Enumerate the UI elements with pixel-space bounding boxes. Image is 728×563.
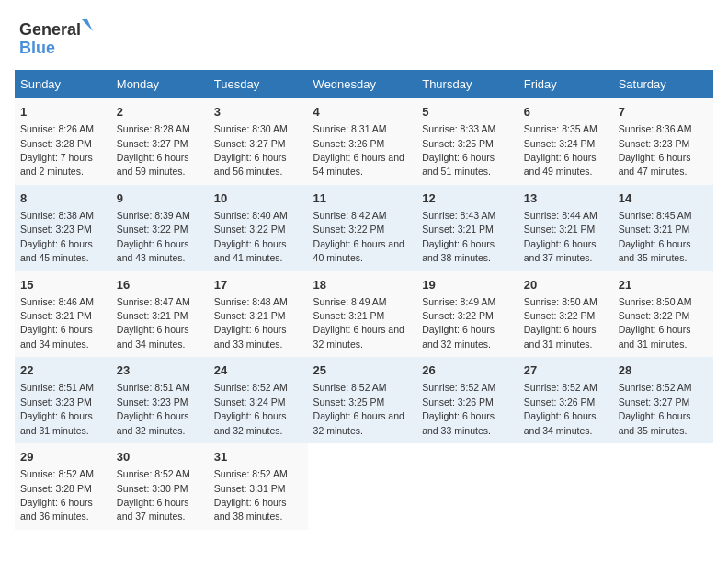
day-number: 15 (20, 277, 106, 293)
calendar-table: SundayMondayTuesdayWednesdayThursdayFrid… (15, 70, 713, 530)
day-info: Sunrise: 8:50 AMSunset: 3:22 PMDaylight:… (619, 296, 692, 350)
day-number: 22 (20, 362, 106, 379)
calendar-cell: 30 Sunrise: 8:52 AMSunset: 3:30 PMDaylig… (111, 443, 209, 530)
day-number: 6 (524, 104, 608, 121)
calendar-week-row: 15 Sunrise: 8:46 AMSunset: 3:21 PMDaylig… (15, 271, 713, 358)
calendar-cell: 16 Sunrise: 8:47 AMSunset: 3:21 PMDaylig… (111, 271, 209, 358)
day-number: 5 (422, 104, 513, 121)
day-info: Sunrise: 8:52 AMSunset: 3:26 PMDaylight:… (524, 382, 597, 435)
day-info: Sunrise: 8:48 AMSunset: 3:21 PMDaylight:… (214, 296, 288, 350)
calendar-cell: 8 Sunrise: 8:38 AMSunset: 3:23 PMDayligh… (15, 185, 111, 271)
day-info: Sunrise: 8:52 AMSunset: 3:27 PMDaylight:… (619, 382, 692, 435)
day-number: 8 (20, 190, 106, 207)
day-number: 27 (524, 362, 608, 379)
day-info: Sunrise: 8:52 AMSunset: 3:28 PMDaylight:… (20, 468, 94, 522)
header-tuesday: Tuesday (209, 70, 308, 98)
calendar-cell (518, 443, 613, 530)
day-info: Sunrise: 8:36 AMSunset: 3:23 PMDaylight:… (619, 123, 692, 177)
day-info: Sunrise: 8:33 AMSunset: 3:25 PMDaylight:… (422, 123, 495, 177)
calendar-cell (308, 443, 417, 530)
day-number: 4 (313, 104, 412, 121)
header-wednesday: Wednesday (308, 70, 417, 98)
calendar-cell: 26 Sunrise: 8:52 AMSunset: 3:26 PMDaylig… (416, 357, 518, 443)
calendar-cell: 10 Sunrise: 8:40 AMSunset: 3:22 PMDaylig… (209, 185, 308, 271)
header-monday: Monday (111, 70, 209, 98)
day-info: Sunrise: 8:39 AMSunset: 3:22 PMDaylight:… (117, 210, 190, 263)
calendar-cell: 9 Sunrise: 8:39 AMSunset: 3:22 PMDayligh… (111, 185, 209, 271)
day-info: Sunrise: 8:51 AMSunset: 3:23 PMDaylight:… (117, 382, 190, 435)
calendar-cell: 13 Sunrise: 8:44 AMSunset: 3:21 PMDaylig… (518, 185, 613, 271)
day-info: Sunrise: 8:52 AMSunset: 3:25 PMDaylight:… (313, 382, 404, 435)
calendar-cell: 19 Sunrise: 8:49 AMSunset: 3:22 PMDaylig… (416, 271, 518, 358)
calendar-cell (613, 443, 713, 530)
day-number: 2 (117, 104, 203, 121)
day-info: Sunrise: 8:43 AMSunset: 3:21 PMDaylight:… (422, 210, 495, 263)
header-sunday: Sunday (15, 70, 111, 98)
day-info: Sunrise: 8:45 AMSunset: 3:21 PMDaylight:… (619, 210, 692, 263)
calendar-header-row: SundayMondayTuesdayWednesdayThursdayFrid… (15, 70, 713, 98)
calendar-cell: 14 Sunrise: 8:45 AMSunset: 3:21 PMDaylig… (613, 185, 713, 271)
day-info: Sunrise: 8:31 AMSunset: 3:26 PMDaylight:… (313, 123, 404, 177)
day-number: 17 (214, 277, 302, 293)
calendar-cell: 20 Sunrise: 8:50 AMSunset: 3:22 PMDaylig… (518, 271, 613, 358)
calendar-cell: 18 Sunrise: 8:49 AMSunset: 3:21 PMDaylig… (308, 271, 417, 358)
day-number: 30 (117, 449, 203, 465)
day-info: Sunrise: 8:52 AMSunset: 3:24 PMDaylight:… (214, 382, 288, 435)
day-number: 23 (117, 362, 203, 379)
calendar-week-row: 29 Sunrise: 8:52 AMSunset: 3:28 PMDaylig… (15, 443, 713, 530)
calendar-cell: 25 Sunrise: 8:52 AMSunset: 3:25 PMDaylig… (308, 357, 417, 443)
day-number: 16 (117, 277, 203, 293)
day-number: 31 (214, 449, 302, 465)
day-info: Sunrise: 8:49 AMSunset: 3:22 PMDaylight:… (422, 296, 495, 350)
day-info: Sunrise: 8:44 AMSunset: 3:21 PMDaylight:… (524, 210, 597, 263)
day-info: Sunrise: 8:38 AMSunset: 3:23 PMDaylight:… (20, 210, 94, 263)
day-number: 12 (422, 190, 513, 207)
day-number: 26 (422, 362, 513, 379)
day-number: 25 (313, 362, 412, 379)
day-number: 24 (214, 362, 302, 379)
calendar-cell: 31 Sunrise: 8:52 AMSunset: 3:31 PMDaylig… (209, 443, 308, 530)
day-info: Sunrise: 8:35 AMSunset: 3:24 PMDaylight:… (524, 123, 597, 177)
day-number: 28 (619, 362, 708, 379)
day-info: Sunrise: 8:50 AMSunset: 3:22 PMDaylight:… (524, 296, 597, 350)
day-info: Sunrise: 8:42 AMSunset: 3:22 PMDaylight:… (313, 210, 404, 263)
calendar-cell (416, 443, 518, 530)
day-number: 13 (524, 190, 608, 207)
calendar-cell: 12 Sunrise: 8:43 AMSunset: 3:21 PMDaylig… (416, 185, 518, 271)
svg-text:Blue: Blue (19, 39, 55, 57)
calendar-cell: 2 Sunrise: 8:28 AMSunset: 3:27 PMDayligh… (111, 98, 209, 185)
day-number: 14 (619, 190, 708, 207)
day-number: 1 (20, 104, 106, 121)
day-number: 18 (313, 277, 412, 293)
calendar-cell: 15 Sunrise: 8:46 AMSunset: 3:21 PMDaylig… (15, 271, 111, 358)
calendar-cell: 21 Sunrise: 8:50 AMSunset: 3:22 PMDaylig… (613, 271, 713, 358)
header-thursday: Thursday (416, 70, 518, 98)
calendar-cell: 17 Sunrise: 8:48 AMSunset: 3:21 PMDaylig… (209, 271, 308, 358)
day-number: 11 (313, 190, 412, 207)
day-info: Sunrise: 8:40 AMSunset: 3:22 PMDaylight:… (214, 210, 288, 263)
day-info: Sunrise: 8:30 AMSunset: 3:27 PMDaylight:… (214, 123, 288, 177)
logo-icon: General Blue (15, 15, 97, 61)
day-number: 3 (214, 104, 302, 121)
day-info: Sunrise: 8:51 AMSunset: 3:23 PMDaylight:… (20, 382, 94, 435)
calendar-cell: 5 Sunrise: 8:33 AMSunset: 3:25 PMDayligh… (416, 98, 518, 185)
calendar-cell: 4 Sunrise: 8:31 AMSunset: 3:26 PMDayligh… (308, 98, 417, 185)
day-number: 20 (524, 277, 608, 293)
logo: General Blue (15, 15, 97, 61)
calendar-cell: 1 Sunrise: 8:26 AMSunset: 3:28 PMDayligh… (15, 98, 111, 185)
calendar-cell: 27 Sunrise: 8:52 AMSunset: 3:26 PMDaylig… (518, 357, 613, 443)
day-info: Sunrise: 8:46 AMSunset: 3:21 PMDaylight:… (20, 296, 94, 350)
day-info: Sunrise: 8:26 AMSunset: 3:28 PMDaylight:… (20, 123, 94, 177)
day-number: 29 (20, 449, 106, 465)
day-info: Sunrise: 8:49 AMSunset: 3:21 PMDaylight:… (313, 296, 404, 350)
svg-marker-2 (82, 19, 93, 31)
calendar-cell: 7 Sunrise: 8:36 AMSunset: 3:23 PMDayligh… (613, 98, 713, 185)
day-info: Sunrise: 8:28 AMSunset: 3:27 PMDaylight:… (117, 123, 190, 177)
calendar-cell: 22 Sunrise: 8:51 AMSunset: 3:23 PMDaylig… (15, 357, 111, 443)
day-number: 19 (422, 277, 513, 293)
day-number: 21 (619, 277, 708, 293)
calendar-cell: 23 Sunrise: 8:51 AMSunset: 3:23 PMDaylig… (111, 357, 209, 443)
calendar-cell: 3 Sunrise: 8:30 AMSunset: 3:27 PMDayligh… (209, 98, 308, 185)
day-info: Sunrise: 8:52 AMSunset: 3:26 PMDaylight:… (422, 382, 495, 435)
day-info: Sunrise: 8:52 AMSunset: 3:30 PMDaylight:… (117, 468, 190, 522)
